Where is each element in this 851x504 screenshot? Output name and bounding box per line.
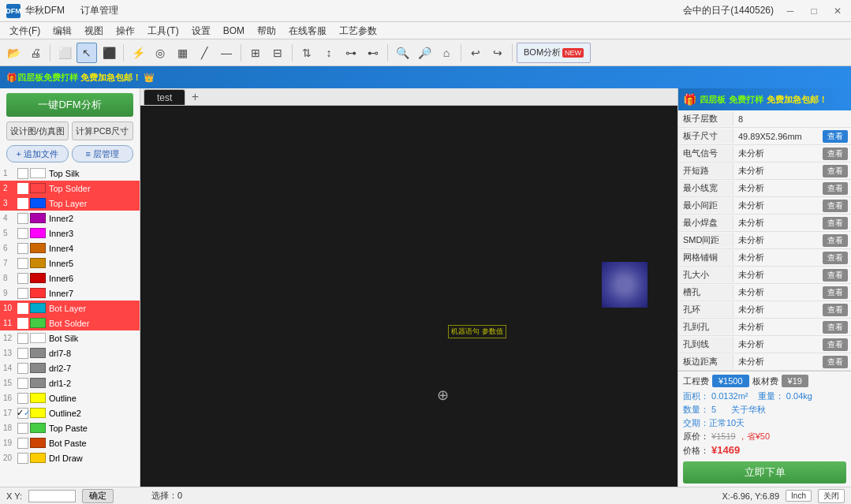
layer-row[interactable]: 11 Bot Solder	[0, 315, 140, 330]
tab-test[interactable]: test	[144, 89, 185, 105]
menu-item-[interactable]: 设置	[185, 22, 217, 39]
close-status[interactable]: 关闭	[818, 489, 845, 503]
layer-checkbox[interactable]	[17, 243, 28, 254]
tool-fill[interactable]: ▦	[172, 43, 192, 63]
tool-cursor[interactable]: ↖	[77, 43, 97, 63]
tool-home[interactable]: ⌂	[436, 43, 457, 63]
layer-checkbox[interactable]	[17, 393, 28, 404]
view-button[interactable]: 查看	[823, 338, 848, 351]
tool-search[interactable]: 🔍	[392, 43, 412, 63]
layer-row[interactable]: 18 Top Paste	[0, 420, 140, 435]
menu-item-bom[interactable]: BOM	[217, 22, 251, 39]
material-btn[interactable]: ¥19	[782, 375, 808, 387]
minimize-button[interactable]: ─	[783, 6, 797, 17]
tool-print[interactable]: 🖨	[25, 43, 46, 63]
layer-row[interactable]: 17 ✓ Outline2	[0, 405, 140, 420]
maximize-button[interactable]: □	[807, 6, 821, 17]
view-button[interactable]: 查看	[823, 269, 848, 282]
layer-row[interactable]: 20 Drl Draw	[0, 450, 140, 465]
layer-checkbox[interactable]	[17, 288, 28, 299]
layer-checkbox[interactable]	[17, 258, 28, 269]
layer-checkbox[interactable]	[17, 423, 28, 434]
layer-checkbox[interactable]	[17, 363, 28, 374]
layer-checkbox[interactable]	[17, 438, 28, 449]
dfm-analyze-button[interactable]: 一键DFM分析	[6, 93, 133, 117]
view-button[interactable]: 查看	[823, 200, 848, 212]
layer-checkbox[interactable]	[17, 213, 28, 224]
huaqiu-link[interactable]: 关于华秋	[731, 405, 766, 414]
layer-checkbox[interactable]	[17, 168, 28, 179]
design-sim-button[interactable]: 设计图/仿真图	[6, 121, 69, 140]
view-button[interactable]: 查看	[823, 147, 848, 160]
layer-row[interactable]: 10 Bot Layer	[0, 301, 140, 315]
view-button[interactable]: 查看	[823, 234, 848, 247]
menu-item-[interactable]: 编辑	[47, 22, 78, 39]
layer-row[interactable]: 14 drl2-7	[0, 360, 140, 375]
tool-line[interactable]: ╱	[194, 43, 215, 63]
xy-input[interactable]	[28, 490, 76, 502]
view-button[interactable]: 查看	[823, 321, 848, 334]
layer-checkbox[interactable]	[17, 183, 28, 194]
unit-display[interactable]: Inch	[786, 490, 812, 502]
layer-row[interactable]: 13 drl7-8	[0, 345, 140, 360]
view-button[interactable]: 查看	[823, 130, 848, 143]
layer-checkbox[interactable]	[17, 318, 28, 329]
view-button[interactable]: 查看	[823, 286, 848, 299]
tool-rect[interactable]: ⬜	[54, 43, 75, 63]
layer-checkbox[interactable]	[17, 303, 28, 314]
layer-checkbox[interactable]	[17, 228, 28, 239]
tool-mirror[interactable]: ⇅	[297, 43, 317, 63]
layer-row[interactable]: 15 drl1-2	[0, 375, 140, 390]
menu-item-[interactable]: 帮助	[251, 22, 282, 39]
layer-row[interactable]: 9 Inner7	[0, 286, 140, 301]
bom-button[interactable]: BOM分析 NEW	[517, 43, 591, 63]
calc-pcb-button[interactable]: 计算PCB尺寸	[72, 121, 134, 140]
menu-item-[interactable]: 视图	[78, 22, 110, 39]
layer-checkbox[interactable]: ✓	[17, 408, 28, 419]
add-file-button[interactable]: + 追加文件	[6, 145, 69, 162]
layer-row[interactable]: 1 Top Silk	[0, 166, 140, 181]
tool-move[interactable]: ⊷	[363, 43, 383, 63]
layer-checkbox[interactable]	[17, 453, 28, 464]
layer-checkbox[interactable]	[17, 333, 28, 344]
tool-zoom-win[interactable]: ⬛	[99, 43, 119, 63]
layer-checkbox[interactable]	[17, 378, 28, 389]
layer-checkbox[interactable]	[17, 198, 28, 209]
view-button[interactable]: 查看	[823, 182, 848, 195]
layer-row[interactable]: 16 Outline	[0, 390, 140, 405]
tool-routing[interactable]: ⚡	[128, 43, 148, 63]
tool-redo[interactable]: ↪	[487, 43, 508, 63]
tab-add-button[interactable]: +	[187, 89, 203, 105]
order-button[interactable]: 立即下单	[683, 461, 846, 483]
menu-item-[interactable]: 工艺参数	[333, 22, 383, 39]
layer-row[interactable]: 6 Inner4	[0, 241, 140, 256]
layer-manager-button[interactable]: ≡ 层管理	[72, 145, 134, 162]
close-button[interactable]: ✕	[830, 6, 845, 17]
view-button[interactable]: 查看	[823, 356, 848, 368]
title-tab[interactable]: 订单管理	[80, 4, 118, 17]
tool-undo[interactable]: ↩	[465, 43, 486, 63]
layer-row[interactable]: 2 Top Solder	[0, 181, 140, 196]
menu-item-[interactable]: 在线客服	[282, 22, 333, 39]
tool-zoom-in[interactable]: 🔎	[414, 43, 435, 63]
view-button[interactable]: 查看	[823, 217, 848, 230]
layer-checkbox[interactable]	[17, 273, 28, 284]
menu-item-t[interactable]: 工具(T)	[141, 22, 185, 39]
tool-rotate[interactable]: ↕	[319, 43, 339, 63]
menu-item-[interactable]: 操作	[110, 22, 141, 39]
tool-minus[interactable]: —	[216, 43, 237, 63]
layer-row[interactable]: 8 Inner6	[0, 271, 140, 286]
tool-align[interactable]: ⊶	[341, 43, 361, 63]
tool-via[interactable]: ◎	[150, 43, 170, 63]
view-button[interactable]: 查看	[823, 165, 848, 177]
tool-grid[interactable]: ⊞	[245, 43, 266, 63]
fee-btn[interactable]: ¥1500	[712, 375, 749, 387]
layer-checkbox[interactable]	[17, 348, 28, 359]
layer-row[interactable]: 19 Bot Paste	[0, 435, 140, 450]
canvas-area[interactable]: 机器语句 参数值 ⊕	[140, 106, 677, 487]
layer-row[interactable]: 7 Inner5	[0, 256, 140, 271]
layer-row[interactable]: 12 Bot Silk	[0, 330, 140, 345]
view-button[interactable]: 查看	[823, 304, 848, 316]
tool-open[interactable]: 📂	[3, 43, 24, 63]
layer-row[interactable]: 3 Top Layer	[0, 196, 140, 211]
